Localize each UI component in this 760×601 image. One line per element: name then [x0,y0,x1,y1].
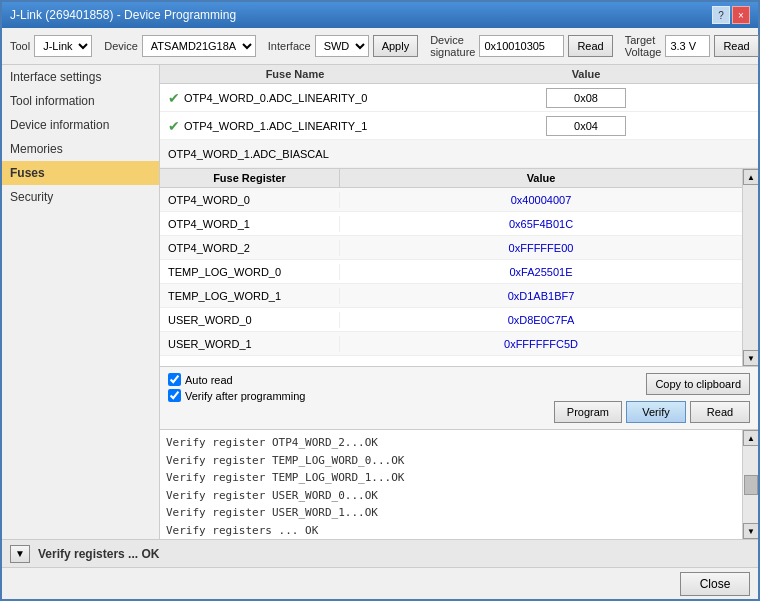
sidebar: Interface settings Tool information Devi… [2,65,160,539]
fuse-row-1-name: ✔ OTP4_WORD_1.ADC_LINEARITY_1 [160,115,430,137]
verify-button[interactable]: Verify [626,401,686,423]
window-title: J-Link (269401858) - Device Programming [10,8,236,22]
fuse-name-col-header: Fuse Name [160,65,430,83]
sidebar-item-device-information[interactable]: Device information [2,113,159,137]
reg-value-2: 0xFFFFFE00 [340,240,742,256]
log-line-3: Verify register USER_WORD_0...OK [166,487,736,505]
main-content: Interface settings Tool information Devi… [2,65,758,539]
device-select[interactable]: ATSAMD21G18A [142,35,256,57]
reg-name-0: OTP4_WORD_0 [160,192,340,208]
reg-row-5: USER_WORD_0 0xD8E0C7FA [160,308,742,332]
log-line-2: Verify register TEMP_LOG_WORD_1...OK [166,469,736,487]
fuse-header: Fuse Name Value [160,65,758,84]
read-button[interactable]: Read [690,401,750,423]
fuse-name-list: Fuse Name Value ✔ OTP4_WORD_0.ADC_LINEAR… [160,65,758,169]
device-sig-label: Device signature [430,34,475,58]
verify-after-row: Verify after programming [168,389,305,402]
log-line-5: Verify registers ... OK [166,522,736,539]
log-scrollbar-up[interactable]: ▲ [743,430,758,446]
reg-value-5: 0xD8E0C7FA [340,312,742,328]
log-scrollbar[interactable]: ▲ ▼ [742,430,758,539]
copy-clipboard-button[interactable]: Copy to clipboard [646,373,750,395]
scrollbar-down-arrow[interactable]: ▼ [743,350,758,366]
fuse-row-0: ✔ OTP4_WORD_0.ADC_LINEARITY_0 [160,84,758,112]
fuse-value-input-0[interactable] [546,88,626,108]
interface-label: Interface [268,40,311,52]
register-table: Fuse Register Value OTP4_WORD_0 0x400040… [160,169,742,366]
reg-row-1: OTP4_WORD_1 0x65F4B01C [160,212,742,236]
reg-name-6: USER_WORD_1 [160,336,340,352]
verify-after-checkbox[interactable] [168,389,181,402]
register-table-scrollbar[interactable]: ▲ ▼ [742,169,758,366]
reg-name-5: USER_WORD_0 [160,312,340,328]
interface-select[interactable]: SWD [315,35,369,57]
fuse-row-0-name: ✔ OTP4_WORD_0.ADC_LINEARITY_0 [160,87,430,109]
register-table-container: Fuse Register Value OTP4_WORD_0 0x400040… [160,169,758,366]
title-bar-buttons: ? × [712,6,750,24]
reg-value-col-header: Value [340,169,742,187]
fuse-value-input-1[interactable] [546,116,626,136]
program-button[interactable]: Program [554,401,622,423]
help-button[interactable]: ? [712,6,730,24]
status-text: Verify registers ... OK [38,547,159,561]
tool-label: Tool [10,40,30,52]
toolbar: Tool J-Link Device ATSAMD21G18A Interfac… [2,28,758,65]
log-area: Verify register OTP4_WORD_2...OK Verify … [160,429,758,539]
sidebar-item-memories[interactable]: Memories [2,137,159,161]
reg-name-1: OTP4_WORD_1 [160,216,340,232]
reg-row-3: TEMP_LOG_WORD_0 0xFA25501E [160,260,742,284]
device-sig-input[interactable] [479,35,564,57]
reg-value-1: 0x65F4B01C [340,216,742,232]
register-header: Fuse Register Value [160,169,742,188]
device-label: Device [104,40,138,52]
sidebar-item-fuses[interactable]: Fuses [2,161,159,185]
device-sig-group: Device signature Read [430,34,613,58]
fuse-check-icon-0: ✔ [168,90,180,106]
sidebar-item-tool-information[interactable]: Tool information [2,89,159,113]
close-window-button[interactable]: × [732,6,750,24]
verify-after-label: Verify after programming [185,390,305,402]
status-expand-button[interactable]: ▼ [10,545,30,563]
action-buttons: Program Verify Read [554,401,750,423]
sidebar-item-security[interactable]: Security [2,185,159,209]
sidebar-item-interface-settings[interactable]: Interface settings [2,65,159,89]
fuse-check-icon-1: ✔ [168,118,180,134]
log-scrollbar-thumb[interactable] [744,475,758,495]
auto-read-row: Auto read [168,373,305,386]
apply-button[interactable]: Apply [373,35,419,57]
reg-value-4: 0xD1AB1BF7 [340,288,742,304]
log-scrollbar-down[interactable]: ▼ [743,523,758,539]
device-group: Device ATSAMD21G18A [104,35,256,57]
fuse-value-col-header: Value [430,65,742,83]
tool-group: Tool J-Link [10,35,92,57]
fuse-row-2-name: OTP4_WORD_1.ADC_BIASCAL [160,145,430,163]
reg-row-0: OTP4_WORD_0 0x40004007 [160,188,742,212]
tool-select[interactable]: J-Link [34,35,92,57]
reg-value-0: 0x40004007 [340,192,742,208]
voltage-input[interactable] [665,35,710,57]
status-bar: ▼ Verify registers ... OK [2,539,758,567]
voltage-group: Target Voltage Read [625,34,759,58]
close-button[interactable]: Close [680,572,750,596]
read-sig-button[interactable]: Read [568,35,612,57]
auto-read-checkbox[interactable] [168,373,181,386]
log-line-0: Verify register OTP4_WORD_2...OK [166,434,736,452]
bottom-actions: Auto read Verify after programming Copy … [160,366,758,429]
reg-name-2: OTP4_WORD_2 [160,240,340,256]
reg-name-3: TEMP_LOG_WORD_0 [160,264,340,280]
reg-value-6: 0xFFFFFFC5D [340,336,742,352]
auto-read-label: Auto read [185,374,233,386]
reg-name-4: TEMP_LOG_WORD_1 [160,288,340,304]
log-content: Verify register OTP4_WORD_2...OK Verify … [160,430,742,539]
reg-row-2: OTP4_WORD_2 0xFFFFFE00 [160,236,742,260]
scrollbar-up-arrow[interactable]: ▲ [743,169,758,185]
reg-name-col-header: Fuse Register [160,169,340,187]
title-bar: J-Link (269401858) - Device Programming … [2,2,758,28]
read-voltage-button[interactable]: Read [714,35,758,57]
main-window: J-Link (269401858) - Device Programming … [0,0,760,601]
reg-row-4: TEMP_LOG_WORD_1 0xD1AB1BF7 [160,284,742,308]
log-line-1: Verify register TEMP_LOG_WORD_0...OK [166,452,736,470]
log-line-4: Verify register USER_WORD_1...OK [166,504,736,522]
fuse-row-1: ✔ OTP4_WORD_1.ADC_LINEARITY_1 [160,112,758,140]
interface-group: Interface SWD Apply [268,35,418,57]
